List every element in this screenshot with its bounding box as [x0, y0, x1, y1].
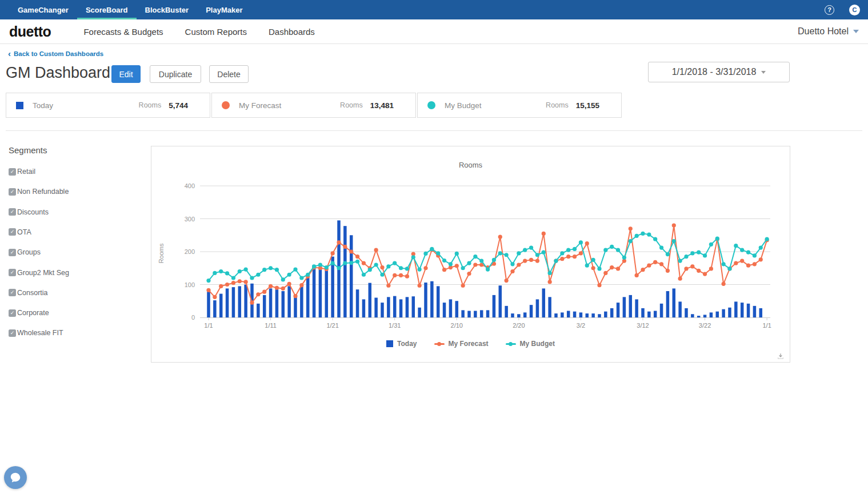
- segment-item-non-refundable[interactable]: ✓Non Refundable: [9, 188, 69, 196]
- metric-card-value-group: Rooms 15,155: [546, 101, 599, 110]
- segment-item-retail[interactable]: ✓Retail: [9, 168, 35, 176]
- tab-gamechanger[interactable]: GameChanger: [9, 0, 77, 19]
- chart-title: Rooms: [151, 161, 790, 169]
- svg-text:Rooms: Rooms: [158, 243, 165, 263]
- segment-checkbox[interactable]: ✓: [9, 269, 16, 276]
- metric-card-name: My Forecast: [239, 101, 281, 110]
- duetto-logo[interactable]: duetto: [9, 23, 51, 40]
- legend-item-my-forecast[interactable]: My Forecast: [434, 340, 489, 348]
- segment-label: Group2 Mkt Seg: [17, 269, 69, 277]
- topbar-right-group: ? C: [825, 0, 860, 19]
- segment-checkbox[interactable]: ✓: [9, 208, 16, 216]
- date-range-selector[interactable]: 1/1/2018 - 3/31/2018: [648, 62, 790, 82]
- segment-label: Discounts: [17, 208, 49, 216]
- svg-text:1/21: 1/21: [326, 322, 338, 329]
- tab-blockbuster[interactable]: BlockBuster: [137, 0, 198, 19]
- segment-item-groups[interactable]: ✓Groups: [9, 248, 41, 256]
- legend-label: My Forecast: [449, 340, 489, 348]
- segment-label: Retail: [17, 168, 35, 176]
- segment-item-consortia[interactable]: ✓Consortia: [9, 289, 48, 297]
- chart-legend: Today My Forecast My Budget: [151, 340, 790, 348]
- today-series-swatch: [16, 102, 23, 109]
- metric-card-value-group: Rooms 13,481: [340, 101, 394, 110]
- delete-button[interactable]: Delete: [209, 65, 249, 83]
- legend-item-today[interactable]: Today: [386, 340, 417, 348]
- segment-label: Consortia: [17, 289, 48, 297]
- nav-custom-reports[interactable]: Custom Reports: [174, 27, 258, 37]
- date-range-value: 1/1/2018 - 3/31/2018: [672, 67, 757, 77]
- segment-item-corporate[interactable]: ✓Corporate: [9, 309, 49, 317]
- metric-card-my-budget[interactable]: My Budget Rooms 15,155: [417, 93, 622, 118]
- legend-label: My Budget: [520, 340, 555, 348]
- svg-text:0: 0: [191, 314, 195, 321]
- edit-button[interactable]: Edit: [111, 65, 141, 83]
- svg-text:400: 400: [185, 182, 195, 189]
- app-root: GameChanger ScoreBoard BlockBuster PlayM…: [0, 0, 868, 493]
- chevron-down-icon: [761, 71, 766, 74]
- segment-item-ota[interactable]: ✓OTA: [9, 228, 31, 236]
- segment-label: Non Refundable: [17, 188, 69, 196]
- segment-label: Wholesale FIT: [17, 329, 63, 337]
- legend-item-my-budget[interactable]: My Budget: [506, 340, 555, 348]
- hotel-selector[interactable]: Duetto Hotel: [798, 26, 859, 37]
- svg-text:2/10: 2/10: [451, 322, 463, 329]
- chevron-left-icon: ‹: [8, 51, 11, 57]
- metric-value: 13,481: [370, 101, 394, 110]
- help-icon[interactable]: ?: [825, 5, 834, 15]
- section-divider: [6, 130, 862, 131]
- segment-checkbox[interactable]: ✓: [9, 289, 16, 296]
- segment-checkbox[interactable]: ✓: [9, 329, 16, 337]
- svg-text:300: 300: [185, 216, 195, 222]
- svg-text:1/31: 1/31: [389, 322, 401, 329]
- segment-checkbox[interactable]: ✓: [9, 249, 16, 256]
- segment-checkbox[interactable]: ✓: [9, 188, 16, 196]
- segment-item-wholesale-fit[interactable]: ✓Wholesale FIT: [9, 329, 63, 337]
- svg-text:3/12: 3/12: [637, 322, 649, 329]
- tab-playmaker[interactable]: PlayMaker: [197, 0, 251, 19]
- metric-label: Rooms: [139, 101, 162, 109]
- breadcrumb-label: Back to Custom Dashboards: [14, 50, 103, 57]
- forecast-series-swatch: [222, 101, 230, 109]
- metric-card-name: Today: [33, 101, 53, 110]
- metric-card-today[interactable]: Today Rooms 5,744: [6, 93, 210, 118]
- segment-checkbox[interactable]: ✓: [9, 168, 16, 176]
- metric-card-name: My Budget: [445, 101, 482, 110]
- nav-dashboards[interactable]: Dashboards: [258, 27, 326, 37]
- app-nav-items: Forecasts & Budgets Custom Reports Dashb…: [73, 27, 326, 37]
- breadcrumb-back-link[interactable]: ‹ Back to Custom Dashboards: [8, 50, 103, 57]
- segment-label: OTA: [17, 228, 31, 236]
- legend-label: Today: [397, 340, 417, 348]
- app-nav-bar: duetto Forecasts & Budgets Custom Report…: [0, 19, 868, 44]
- tab-scoreboard[interactable]: ScoreBoard: [77, 0, 137, 19]
- rooms-chart-canvas: 0100200300400Rooms1/11/111/211/312/102/2…: [151, 146, 790, 362]
- segment-checkbox[interactable]: ✓: [9, 228, 16, 236]
- svg-text:2/20: 2/20: [513, 322, 525, 329]
- metric-card-value-group: Rooms 5,744: [139, 101, 188, 110]
- segment-label: Groups: [17, 248, 41, 256]
- segment-label: Corporate: [17, 309, 49, 317]
- metric-value: 15,155: [576, 101, 599, 110]
- user-avatar[interactable]: C: [849, 5, 860, 15]
- metric-label: Rooms: [340, 101, 363, 109]
- duplicate-button[interactable]: Duplicate: [150, 65, 201, 83]
- metric-value: 5,744: [169, 101, 188, 110]
- segment-checkbox[interactable]: ✓: [9, 309, 16, 317]
- download-chart-icon[interactable]: [776, 352, 785, 360]
- budget-legend-swatch: [506, 343, 516, 345]
- segment-item-group2-mkt-seg[interactable]: ✓Group2 Mkt Seg: [9, 269, 69, 277]
- segments-title: Segments: [9, 145, 47, 155]
- chevron-down-icon: [853, 30, 859, 33]
- svg-text:3/22: 3/22: [699, 322, 711, 329]
- svg-text:200: 200: [185, 248, 195, 255]
- metric-label: Rooms: [546, 101, 569, 109]
- chat-bubble-icon: [9, 471, 22, 484]
- page-title: GM Dashboard: [6, 64, 110, 82]
- metric-card-my-forecast[interactable]: My Forecast Rooms 13,481: [211, 93, 416, 118]
- chart-panel: 0100200300400Rooms1/11/111/211/312/102/2…: [151, 146, 790, 363]
- chat-launcher-button[interactable]: [4, 466, 27, 489]
- nav-forecasts-budgets[interactable]: Forecasts & Budgets: [73, 27, 174, 37]
- svg-text:1/11: 1/11: [265, 322, 277, 329]
- today-legend-swatch: [386, 340, 393, 347]
- budget-series-swatch: [427, 101, 435, 109]
- segment-item-discounts[interactable]: ✓Discounts: [9, 208, 49, 216]
